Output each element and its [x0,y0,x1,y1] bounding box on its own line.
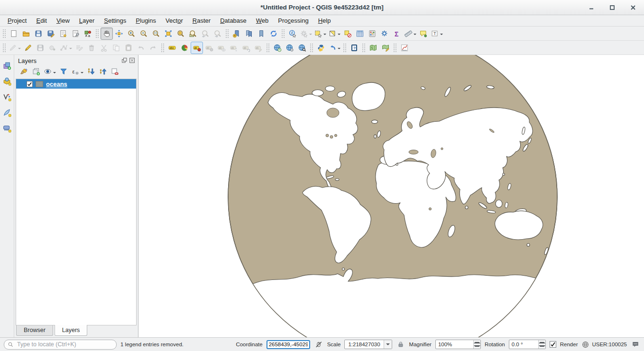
save-layer-edits-button[interactable] [34,42,46,54]
manage-map-themes-button[interactable] [43,66,57,77]
pan-map-button[interactable] [101,27,113,40]
magnifier-up-button[interactable] [474,340,480,344]
menu-settings[interactable]: Settings [99,16,131,26]
refresh-map-button[interactable] [267,27,280,40]
plugin-globe-clock-button[interactable] [271,42,284,54]
copy-features-button[interactable] [110,42,122,54]
menu-project[interactable]: Project [3,16,31,26]
toggle-editing-button[interactable] [22,42,34,54]
rotate-label-button[interactable]: ab [240,42,252,54]
filter-legend-button[interactable] [58,66,69,77]
rotation-down-button[interactable] [539,344,545,349]
show-bookmarks-button[interactable] [255,27,267,40]
deselect-features-button[interactable] [341,27,354,40]
add-geopackage-layer-button[interactable] [1,75,13,87]
map-canvas[interactable] [138,55,644,337]
menu-plugins[interactable]: Plugins [131,16,161,26]
render-checkbox[interactable] [550,341,556,348]
locator-input[interactable] [16,341,113,348]
menu-help[interactable]: Help [313,16,336,26]
panel-float-button[interactable] [121,57,128,65]
layer-labeling-options-button[interactable]: abc [166,42,178,54]
pin-unpin-labels-button[interactable]: ab [203,42,215,54]
run-feature-action-button[interactable] [299,27,313,40]
menu-processing[interactable]: Processing [273,16,313,26]
plugin-map-services-button[interactable] [367,42,379,54]
project-toolbar-grip[interactable] [2,29,6,38]
menu-web[interactable]: Web [251,16,274,26]
identify-features-button[interactable]: i [286,27,299,40]
open-attribute-table-button[interactable] [354,27,366,40]
pan-to-selection-button[interactable] [113,27,125,40]
layer-row-oceans[interactable]: oceans [16,79,136,89]
python-console-button[interactable] [315,42,327,54]
add-group-button[interactable] [31,66,41,77]
show-layout-manager-button[interactable] [69,27,82,40]
help-toolbar-grip[interactable] [343,43,347,53]
open-layer-styling-panel-button[interactable] [19,66,29,77]
plugin-globe-settings-button[interactable] [284,42,296,54]
plugin-undo-redo-button[interactable] [327,42,341,54]
minimize-button[interactable] [588,4,595,11]
label-toolbar-grip[interactable] [161,43,165,53]
zoom-to-layer-button[interactable] [187,27,199,40]
chevron-down-icon[interactable] [53,72,56,75]
new-project-button[interactable] [8,27,20,40]
measure-line-button[interactable] [403,27,417,40]
new-print-layout-button[interactable] [57,27,69,40]
coordinate-input[interactable] [267,340,310,349]
chevron-down-icon[interactable] [338,48,340,51]
remove-layer-group-button[interactable] [110,66,120,77]
zoom-in-button[interactable] [125,27,138,40]
chevron-down-icon[interactable] [69,48,72,51]
scale-dropdown-button[interactable] [384,340,392,349]
digitizing-toolbar-grip[interactable] [2,43,6,53]
highlight-pinned-labels-button[interactable]: ab [191,42,203,54]
layer-visibility-checkbox[interactable] [27,81,33,87]
delete-selected-button[interactable] [85,42,98,54]
rotation-spinbox[interactable]: 0.0 ° [509,340,546,349]
save-project-as-button[interactable] [45,27,57,40]
zoom-last-button[interactable] [199,27,212,40]
open-project-button[interactable] [20,27,32,40]
map-navigation-toolbar-grip[interactable] [95,29,99,38]
plugin-globe-search-button[interactable] [296,42,308,54]
new-spatial-bookmark-button[interactable] [230,27,243,40]
style-manager-button[interactable]: a [82,27,94,40]
messages-button[interactable] [631,340,640,349]
tab-browser[interactable]: Browser [16,325,53,336]
zoom-full-button[interactable] [162,27,175,40]
locator-box[interactable] [4,340,117,350]
lock-scale-button[interactable] [396,340,405,349]
add-mesh-layer-button[interactable] [1,122,13,134]
menu-vector[interactable]: Vector [161,16,188,26]
chevron-down-icon[interactable] [338,34,340,36]
save-project-button[interactable] [32,27,45,40]
menu-raster[interactable]: Raster [188,16,215,26]
zoom-out-button[interactable] [138,27,150,40]
redo-button[interactable] [147,42,159,54]
magnifier-spinbox[interactable]: 100% [435,340,481,349]
plugins-toolbar-grip[interactable] [310,43,313,53]
select-features-by-value-button[interactable] [327,27,341,40]
panel-close-button[interactable] [129,57,135,65]
profile-toolbar-grip[interactable] [393,43,397,53]
help-contents-button[interactable]: ? [348,42,360,54]
paste-features-button[interactable] [122,42,135,54]
filter-legend-by-expression-button[interactable]: ε [70,66,84,77]
chevron-down-icon[interactable] [414,34,416,36]
plugin-profile-tool-button[interactable] [398,42,411,54]
cut-features-button[interactable] [98,42,110,54]
expand-all-button[interactable] [86,66,96,77]
rotation-up-button[interactable] [539,340,545,344]
text-annotation-button[interactable]: T [430,27,444,40]
crs-button[interactable]: USER:100025 [581,341,627,349]
tab-layers[interactable]: Layers [55,325,88,336]
zoom-to-selection-button[interactable] [175,27,187,40]
chevron-down-icon[interactable] [323,34,326,36]
menu-database[interactable]: Database [215,16,251,26]
field-calculator-button[interactable] [366,27,378,40]
plugin-map-edit-button[interactable] [379,42,392,54]
processing-toolbox-button[interactable] [378,27,391,40]
statistical-summary-button[interactable]: Σ [391,27,403,40]
